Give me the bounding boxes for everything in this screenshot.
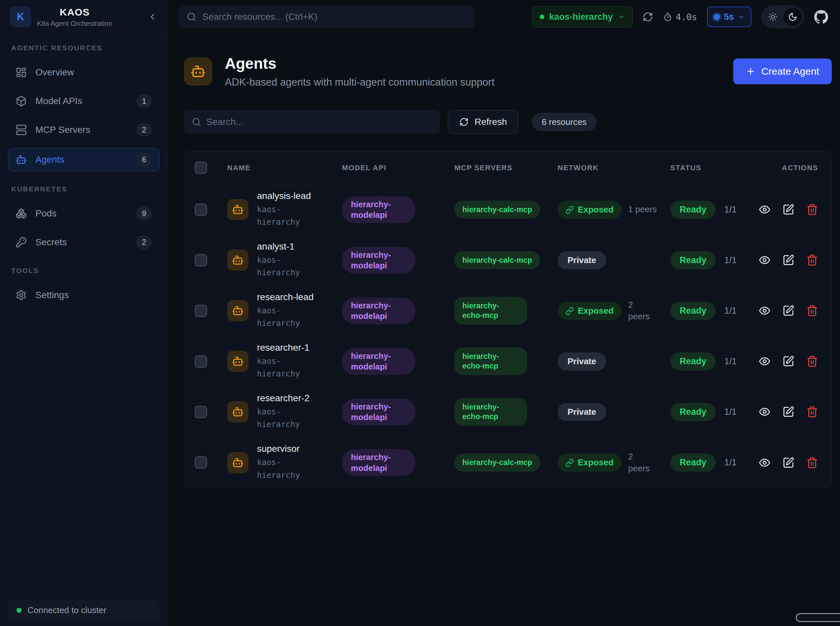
sidebar-footer: Connected to cluster bbox=[0, 594, 167, 626]
edit-agent-button[interactable] bbox=[782, 457, 795, 469]
delete-agent-button[interactable] bbox=[806, 254, 818, 266]
row-checkbox[interactable] bbox=[195, 457, 207, 469]
sidebar-item-label: Pods bbox=[35, 208, 56, 219]
sidebar-collapse-button[interactable] bbox=[147, 12, 157, 22]
sidebar-section-label: AGENTIC RESOURCES bbox=[11, 44, 156, 52]
boxes-icon bbox=[16, 208, 27, 219]
edit-agent-button[interactable] bbox=[782, 203, 795, 216]
model-api-label: hierarchy-modelapi bbox=[351, 199, 406, 221]
sidebar-item-label: Overview bbox=[35, 67, 74, 78]
row-checkbox[interactable] bbox=[195, 254, 207, 266]
sidebar-item-model-apis[interactable]: Model APIs 1 bbox=[8, 91, 160, 112]
table-search bbox=[184, 110, 440, 134]
status-badge: Ready bbox=[670, 251, 716, 269]
plus-icon bbox=[746, 66, 756, 76]
app-title: KAOS bbox=[60, 6, 89, 18]
peers-count: 2 peers bbox=[628, 451, 657, 474]
sidebar-item-badge: 2 bbox=[136, 236, 152, 249]
agent-avatar bbox=[227, 300, 248, 321]
model-api-badge: hierarchy-modelapi bbox=[342, 449, 415, 476]
search-icon bbox=[192, 117, 201, 127]
sidebar-item-pods[interactable]: Pods 9 bbox=[8, 203, 160, 224]
trash-icon bbox=[806, 355, 818, 367]
delete-agent-button[interactable] bbox=[806, 406, 818, 418]
github-link[interactable] bbox=[814, 10, 828, 24]
edit-icon bbox=[782, 355, 795, 367]
refresh-interval-selector[interactable]: 5s bbox=[707, 6, 751, 27]
row-checkbox[interactable] bbox=[195, 355, 207, 368]
network-label: Exposed bbox=[578, 205, 613, 215]
main-area: kaos-hierarchy 4.0s 5s bbox=[168, 0, 840, 626]
sidebar-item-badge: 2 bbox=[136, 123, 152, 137]
eye-icon bbox=[759, 355, 771, 367]
topbar-refresh-button[interactable] bbox=[643, 12, 653, 22]
view-agent-button[interactable] bbox=[759, 406, 771, 418]
dark-mode-button[interactable] bbox=[784, 8, 802, 26]
column-header-name: NAME bbox=[227, 164, 342, 172]
cluster-selector[interactable]: kaos-hierarchy bbox=[532, 6, 633, 27]
sidebar-item-agents[interactable]: Agents 6 bbox=[8, 148, 160, 171]
create-agent-button[interactable]: Create Agent bbox=[733, 58, 832, 84]
eye-icon bbox=[759, 406, 771, 418]
select-all-checkbox[interactable] bbox=[195, 162, 207, 174]
sidebar-item-mcp-servers[interactable]: MCP Servers 2 bbox=[8, 119, 160, 141]
agent-name: supervisor bbox=[257, 444, 307, 454]
trash-icon bbox=[806, 254, 818, 266]
delete-agent-button[interactable] bbox=[806, 203, 818, 216]
agent-name: researcher-1 bbox=[257, 343, 310, 353]
model-api-label: hierarchy-modelapi bbox=[351, 250, 406, 271]
light-mode-button[interactable] bbox=[763, 8, 782, 26]
view-agent-button[interactable] bbox=[759, 355, 771, 367]
sidebar-item-settings[interactable]: Settings bbox=[8, 285, 160, 306]
view-agent-button[interactable] bbox=[759, 457, 771, 469]
model-api-label: hierarchy-modelapi bbox=[351, 452, 406, 473]
global-search-input[interactable] bbox=[202, 12, 467, 22]
edit-agent-button[interactable] bbox=[782, 305, 795, 317]
table-row: research-lead kaos-hierarchy hierarchy-m… bbox=[184, 286, 831, 336]
bot-icon bbox=[191, 64, 206, 79]
sidebar-item-badge: 9 bbox=[136, 207, 152, 221]
delete-agent-button[interactable] bbox=[806, 457, 818, 469]
sidebar-item-overview[interactable]: Overview bbox=[8, 62, 160, 83]
app-logo: K bbox=[10, 6, 31, 27]
network-exposed-badge: Exposed bbox=[558, 302, 621, 320]
row-checkbox[interactable] bbox=[195, 305, 207, 317]
replica-count: 1/1 bbox=[724, 356, 737, 366]
cube-icon bbox=[16, 95, 27, 107]
view-agent-button[interactable] bbox=[759, 305, 771, 317]
link-icon bbox=[566, 206, 574, 214]
delete-agent-button[interactable] bbox=[806, 305, 818, 317]
agent-avatar bbox=[227, 351, 248, 372]
timer-icon bbox=[663, 12, 672, 22]
agent-namespace: kaos-hierarchy bbox=[257, 405, 307, 431]
view-agent-button[interactable] bbox=[759, 254, 771, 266]
row-checkbox[interactable] bbox=[195, 203, 207, 216]
agents-page-icon bbox=[184, 57, 212, 86]
edit-agent-button[interactable] bbox=[782, 355, 795, 367]
sidebar-nav: AGENTIC RESOURCES Overview Model APIs 1 … bbox=[0, 34, 167, 594]
cluster-status-dot bbox=[540, 14, 544, 19]
network-exposed-badge: Exposed bbox=[558, 454, 621, 472]
delete-agent-button[interactable] bbox=[806, 355, 818, 367]
chevron-down-icon bbox=[618, 13, 625, 20]
table-search-input[interactable] bbox=[206, 117, 432, 127]
view-agent-button[interactable] bbox=[759, 203, 771, 216]
mcp-server-badge: hierarchy-calc-mcp bbox=[454, 251, 540, 269]
network-private-badge: Private bbox=[558, 251, 606, 269]
edit-agent-button[interactable] bbox=[782, 406, 795, 418]
refresh-button[interactable]: Refresh bbox=[448, 110, 519, 134]
row-checkbox[interactable] bbox=[195, 406, 207, 418]
sidebar-item-secrets[interactable]: Secrets 2 bbox=[8, 232, 160, 253]
status-badge: Ready bbox=[670, 454, 716, 472]
column-header-model-api: MODEL API bbox=[342, 164, 454, 172]
agents-table: NAME MODEL API MCP SERVERS NETWORK STATU… bbox=[184, 151, 832, 488]
sidebar-section-label: TOOLS bbox=[11, 267, 156, 275]
mcp-server-badge: hierarchy-echo-mcp bbox=[454, 398, 527, 426]
refresh-icon bbox=[643, 12, 653, 22]
search-icon bbox=[186, 12, 196, 22]
mcp-server-label: hierarchy-echo-mcp bbox=[462, 301, 519, 320]
horizontal-scrollbar-thumb[interactable] bbox=[796, 613, 840, 622]
app-subtitle: K8s Agent Orchestration bbox=[37, 19, 113, 27]
sidebar-section-label: KUBERNETES bbox=[11, 185, 156, 193]
edit-agent-button[interactable] bbox=[782, 254, 795, 266]
